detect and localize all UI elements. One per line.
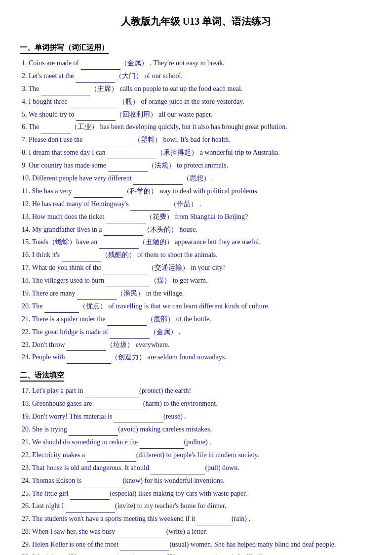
item-number: 22. [22,451,32,459]
fill-blank[interactable] [140,442,184,449]
fill-blank[interactable] [87,455,136,462]
item-hint: （作品） [170,200,197,208]
exercise-item: 24. People with （创造力） are seldom found n… [20,351,372,364]
fill-blank[interactable] [103,267,148,274]
fill-blank[interactable] [84,139,134,146]
item-hint: （优点） [79,302,107,310]
fill-blank[interactable] [76,76,115,83]
item-hint: （大门） [115,72,143,80]
fill-blank[interactable] [44,306,79,313]
exercise-item: 21. We should do something to reduce the… [20,436,372,449]
exercise-item: 24. Thomas Edison is (know) for his wond… [20,474,372,487]
fill-blank[interactable] [106,216,146,223]
fill-blank[interactable] [106,280,150,287]
exercise-item: 9. Our country has made some （法规） to pro… [20,159,372,172]
item-number: 12. [22,200,32,208]
fill-blank[interactable] [151,468,205,474]
page-title: 人教版九年级 U13 单词、语法练习 [20,15,372,28]
exercise-item: 17. What do you think of the （交通运输） in y… [20,261,372,274]
exercise-item: 19. Don't worry! This material is (reuse… [20,410,372,423]
item-number: 3. [22,85,29,92]
exercise-item: 20. The （优点） of travelling is that we ca… [20,300,372,313]
fill-blank[interactable] [81,63,120,70]
fill-blank[interactable] [85,390,139,397]
fill-blank[interactable] [83,480,123,487]
fill-blank[interactable] [107,152,157,159]
item-hint: （金属） [150,328,177,336]
item-hint: （交通运输） [148,264,189,271]
fill-blank[interactable] [69,101,118,108]
item-hint: （残酷的） [101,251,136,258]
fill-blank[interactable] [117,531,166,538]
item-number: 14. [22,226,32,233]
item-number: 5. [22,111,29,118]
item-number: 16. [22,251,32,258]
item-number: 7. [22,136,29,143]
fill-blank[interactable] [110,332,150,339]
item-number: 17. [22,264,32,271]
fill-blank[interactable] [104,229,143,236]
item-number: 6. [22,123,29,130]
item-number: 2. [22,72,29,80]
item-hint: （思想） [183,174,210,182]
fill-blank[interactable] [41,88,90,95]
item-hint: (harm) [143,400,162,407]
fill-blank[interactable] [108,165,148,172]
exercise-item: 17. Let's play a part in (protect) the e… [20,384,372,397]
exercise-item: 22. Electricity makes a (different) to p… [20,449,372,462]
item-hint: （创造力） [111,353,146,361]
fill-blank[interactable] [197,518,232,525]
item-hint: （底部） [147,315,174,323]
fill-blank[interactable] [67,344,106,351]
fill-blank[interactable] [120,544,169,551]
fill-blank[interactable] [41,127,71,133]
exercise-item: 18. The villagers used to burn （煤） to ge… [20,274,372,287]
fill-blank[interactable] [107,319,147,326]
fill-blank[interactable] [114,416,163,423]
item-hint: （垃圾） [106,341,134,348]
item-number: 15. [22,238,32,246]
item-hint: （花费） [146,213,173,220]
item-hint: （木头的） [143,226,178,233]
fill-blank[interactable] [130,204,170,211]
item-number: 20. [22,302,32,310]
fill-blank[interactable] [99,242,139,249]
fill-blank[interactable] [77,293,117,300]
item-number: 28. [22,528,32,535]
exercise-item: 25. The little girl (especial) likes mak… [20,487,372,500]
exercise-item: 7. Please don't use the （塑料） bowl. It's … [20,133,372,146]
exercise-item: 6. The （工业） has been developing quickly,… [20,121,372,133]
item-hint: （法规） [148,162,175,169]
fill-blank[interactable] [94,403,143,410]
item-number: 24. [22,477,32,484]
exercise-item: 21. There is a spider under the （底部） of … [20,313,372,326]
exercise-item: 22. The great bridge is made of （金属） . [20,326,372,339]
fill-blank[interactable] [69,429,118,436]
exercise-item: 10. Different people have very different… [20,172,372,185]
exercise-item: 18. Greenhouse gases are (harm) to the e… [20,397,372,410]
item-number: 29. [22,541,32,548]
exercise-item: 26. Last night I (invite) to my teacher'… [20,500,372,512]
fill-blank[interactable] [62,255,101,261]
item-hint: （煤） [150,277,171,284]
exercise-item: 29. Helen Keller is one of the most (usu… [20,538,372,551]
fill-blank[interactable] [66,506,115,512]
item-hint: (especial) [110,490,136,497]
item-hint: （承担得起） [157,149,198,156]
item-hint: （回收利用） [116,111,157,118]
fill-blank[interactable] [133,178,183,185]
exercise-item: 12. He has read many of Hemingway's （作品）… [20,198,372,211]
item-number: 20. [22,426,32,433]
item-hint: （主席） [90,85,118,92]
exercise-item: 20. She is trying (avoid) making careles… [20,423,372,436]
fill-blank[interactable] [70,493,110,500]
fill-blank[interactable] [74,191,123,198]
fill-blank[interactable] [76,114,116,121]
section1-items: 1. Coins are made of （金属） . They're not … [20,57,372,364]
item-hint: (rain) [232,515,247,522]
fill-blank[interactable] [67,357,111,364]
exercise-item: 11. She has a very （科学的） way to deal wit… [20,185,372,198]
item-hint: (pull) [205,464,220,471]
item-number: 19. [22,413,32,420]
exercise-item: 2. Let's meet at the （大门） of our school. [20,70,372,83]
